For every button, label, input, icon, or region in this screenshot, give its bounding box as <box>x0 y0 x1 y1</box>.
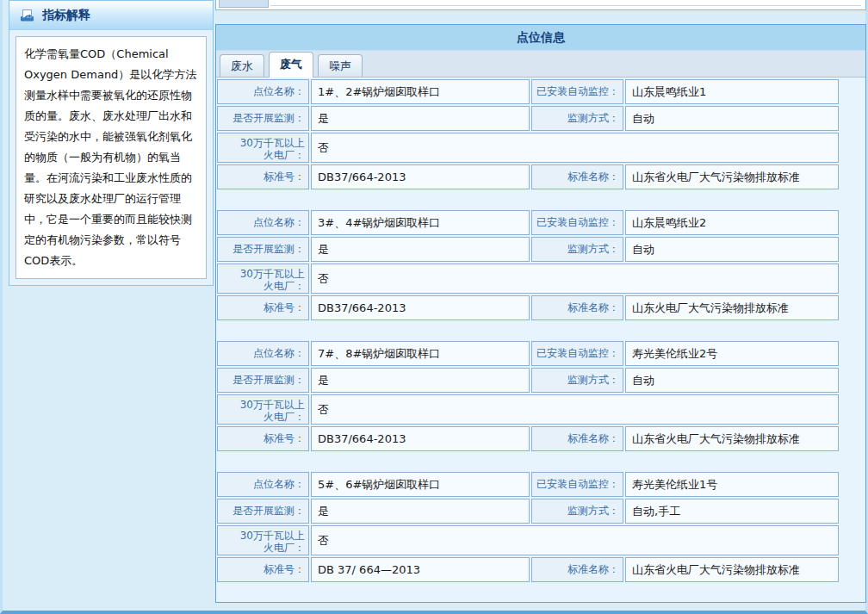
table-row: 30万千瓦以上火电厂： 否 <box>217 525 839 555</box>
standard-no-label: 标准号： <box>217 557 309 582</box>
power-plant-label: 30万千瓦以上火电厂： <box>217 133 309 163</box>
panel-title: 点位信息 <box>216 25 865 51</box>
tab-wastewater[interactable]: 废水 <box>220 54 264 77</box>
table-row: 标准号： DB37/664-2013 标准名称： 山东火电厂大气污染物排放标准 <box>217 295 839 320</box>
table-row: 点位名称： 1#、2#锅炉烟囱取样口 已安装自动监控： 山东晨鸣纸业1 <box>217 79 839 104</box>
power-plant-label-line1: 30万千瓦以上 <box>240 137 305 149</box>
table-row: 点位名称： 5#、6#锅炉烟囱取样口 已安装自动监控： 寿光美伦纸业1号 <box>217 472 839 497</box>
auto-monitor-value: 寿光美伦纸业1号 <box>625 472 839 497</box>
power-plant-value: 否 <box>311 133 839 163</box>
indicator-explain-title: 指标解释 <box>42 8 90 23</box>
table-row: 是否开展监测： 是 监测方式： 自动 <box>217 237 839 262</box>
power-plant-label-line2: 火电厂： <box>240 280 305 292</box>
power-plant-label-line2: 火电厂： <box>240 542 305 554</box>
point-info-table: 点位名称： 5#、6#锅炉烟囱取样口 已安装自动监控： 寿光美伦纸业1号 是否开… <box>217 472 839 584</box>
power-plant-label-line1: 30万千瓦以上 <box>240 399 305 411</box>
power-plant-value: 否 <box>311 525 839 555</box>
standard-name-value: 山东省火电厂大气污染物排放标准 <box>625 164 839 189</box>
standard-no-value: DB 37/ 664—2013 <box>311 557 530 582</box>
standard-no-value: DB37/664-2013 <box>311 164 530 189</box>
standard-name-value: 山东省火电厂大气污染物排放标准 <box>625 557 839 582</box>
point-info-table: 点位名称： 3#、4#锅炉烟囱取样口 已安装自动监控： 山东晨鸣纸业2 是否开展… <box>217 210 839 322</box>
point-name-label: 点位名称： <box>217 79 309 104</box>
method-value: 自动,手工 <box>625 499 839 524</box>
top-panel-sliver <box>215 0 866 10</box>
standard-no-label: 标准号： <box>217 426 309 451</box>
auto-monitor-label: 已安装自动监控： <box>531 79 623 104</box>
method-value: 自动 <box>625 237 839 262</box>
indicator-explain-panel: 指标解释 化学需氧量COD（Chemical Oxygen Demand）是以化… <box>9 0 214 286</box>
power-plant-label-line1: 30万千瓦以上 <box>240 530 305 542</box>
point-info-table: 点位名称： 7#、8#锅炉烟囱取样口 已安装自动监控： 寿光美伦纸业2号 是否开… <box>217 341 839 453</box>
auto-monitor-value: 山东晨鸣纸业1 <box>625 79 839 104</box>
power-plant-label-line1: 30万千瓦以上 <box>240 268 305 280</box>
point-name-label: 点位名称： <box>217 210 309 235</box>
table-row: 点位名称： 7#、8#锅炉烟囱取样口 已安装自动监控： 寿光美伦纸业2号 <box>217 341 839 366</box>
monitoring-label: 是否开展监测： <box>217 368 309 393</box>
table-row: 30万千瓦以上火电厂： 否 <box>217 264 839 294</box>
point-info-table: 点位名称： 1#、2#锅炉烟囱取样口 已安装自动监控： 山东晨鸣纸业1 是否开展… <box>217 79 839 191</box>
indicator-explain-text: 化学需氧量COD（Chemical Oxygen Demand）是以化学方法测量… <box>16 36 207 279</box>
method-value: 自动 <box>625 106 839 131</box>
table-row: 是否开展监测： 是 监测方式： 自动 <box>217 368 839 393</box>
table-row: 是否开展监测： 是 监测方式： 自动 <box>217 106 839 131</box>
tab-content: 点位名称： 1#、2#锅炉烟囱取样口 已安装自动监控： 山东晨鸣纸业1 是否开展… <box>216 78 865 602</box>
tab-noise[interactable]: 噪声 <box>318 54 363 77</box>
monitoring-label: 是否开展监测： <box>217 237 309 262</box>
method-value: 自动 <box>625 368 839 393</box>
power-plant-label: 30万千瓦以上火电厂： <box>217 525 309 555</box>
monitoring-value: 是 <box>311 499 530 524</box>
page: 指标解释 化学需氧量COD（Chemical Oxygen Demand）是以化… <box>0 0 868 614</box>
power-plant-label-line2: 火电厂： <box>240 411 305 423</box>
auto-monitor-label: 已安装自动监控： <box>531 472 623 497</box>
divider-line <box>270 0 861 6</box>
method-label: 监测方式： <box>531 237 623 262</box>
method-label: 监测方式： <box>531 368 623 393</box>
table-row: 30万千瓦以上火电厂： 否 <box>217 133 839 163</box>
point-info-panel: 点位信息 废水 废气 噪声 点位名称： 1#、2#锅炉烟囱取样口 已安装自动监控… <box>215 24 866 603</box>
method-label: 监测方式： <box>531 106 623 131</box>
power-plant-value: 否 <box>311 394 839 425</box>
auto-monitor-value: 寿光美伦纸业2号 <box>625 341 839 366</box>
tab-waste-gas[interactable]: 废气 <box>269 52 313 78</box>
point-name-value: 3#、4#锅炉烟囱取样口 <box>311 210 530 235</box>
standard-name-value: 山东火电厂大气污染物排放标准 <box>625 295 839 320</box>
monitoring-label: 是否开展监测： <box>217 106 309 131</box>
standard-no-label: 标准号： <box>217 295 309 320</box>
table-row: 点位名称： 3#、4#锅炉烟囱取样口 已安装自动监控： 山东晨鸣纸业2 <box>217 210 839 235</box>
table-row: 30万千瓦以上火电厂： 否 <box>217 394 839 425</box>
auto-monitor-label: 已安装自动监控： <box>531 341 623 366</box>
monitoring-value: 是 <box>311 237 530 262</box>
standard-no-label: 标准号： <box>217 164 309 189</box>
standard-name-value: 山东省火电厂大气污染物排放标准 <box>625 426 839 451</box>
point-name-label: 点位名称： <box>217 472 309 497</box>
tab-stub[interactable] <box>219 0 269 8</box>
standard-no-value: DB37/664-2013 <box>311 295 530 320</box>
standard-name-label: 标准名称： <box>531 164 623 189</box>
monitoring-value: 是 <box>311 368 530 393</box>
standard-name-label: 标准名称： <box>531 295 623 320</box>
monitoring-value: 是 <box>311 106 530 131</box>
auto-monitor-value: 山东晨鸣纸业2 <box>625 210 839 235</box>
power-plant-value: 否 <box>311 264 839 294</box>
auto-monitor-label: 已安装自动监控： <box>531 210 623 235</box>
point-name-label: 点位名称： <box>217 341 309 366</box>
point-name-value: 7#、8#锅炉烟囱取样口 <box>311 341 530 366</box>
point-name-value: 1#、2#锅炉烟囱取样口 <box>311 79 530 104</box>
table-row: 标准号： DB37/664-2013 标准名称： 山东省火电厂大气污染物排放标准 <box>217 164 839 189</box>
method-label: 监测方式： <box>531 499 623 524</box>
monitoring-label: 是否开展监测： <box>217 499 309 524</box>
power-plant-label: 30万千瓦以上火电厂： <box>217 394 309 425</box>
document-arrow-icon <box>20 9 35 22</box>
standard-name-label: 标准名称： <box>531 557 623 582</box>
power-plant-label: 30万千瓦以上火电厂： <box>217 264 309 294</box>
point-name-value: 5#、6#锅炉烟囱取样口 <box>311 472 530 497</box>
table-row: 标准号： DB 37/ 664—2013 标准名称： 山东省火电厂大气污染物排放… <box>217 557 839 582</box>
tabstrip: 废水 废气 噪声 <box>216 51 865 78</box>
standard-name-label: 标准名称： <box>531 426 623 451</box>
standard-no-value: DB37/664-2013 <box>311 426 530 451</box>
indicator-explain-header: 指标解释 <box>9 1 213 30</box>
power-plant-label-line2: 火电厂： <box>240 149 305 161</box>
table-row: 是否开展监测： 是 监测方式： 自动,手工 <box>217 499 839 524</box>
table-row: 标准号： DB37/664-2013 标准名称： 山东省火电厂大气污染物排放标准 <box>217 426 839 451</box>
